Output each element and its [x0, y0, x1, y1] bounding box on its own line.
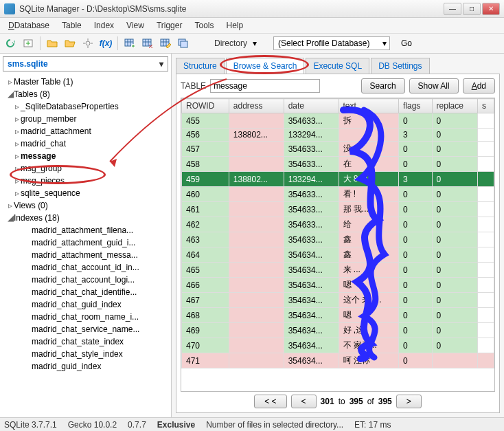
settings-icon[interactable]: [80, 36, 95, 51]
data-grid[interactable]: ROWIDaddressdatetextflagsreplaces4553546…: [181, 98, 495, 392]
new-db-icon[interactable]: [21, 36, 36, 51]
close-button[interactable]: ✕: [482, 3, 500, 15]
content: Structure Browse & Search Execute SQL DB…: [172, 54, 504, 417]
open-folder-icon[interactable]: [45, 36, 60, 51]
refresh-icon[interactable]: [3, 36, 18, 51]
tree-node[interactable]: madrid_chat_room_name_i...: [0, 311, 171, 323]
menu-index[interactable]: Index: [89, 19, 119, 32]
table-row[interactable]: 470354634...不 家了...00: [182, 338, 494, 353]
tab-browse-search[interactable]: Browse & Search: [226, 58, 305, 74]
table-row[interactable]: 457354633...没00: [182, 142, 494, 157]
table-row[interactable]: 462354633...给00: [182, 217, 494, 232]
pager-next[interactable]: >: [396, 395, 422, 408]
tree-node[interactable]: madrid_guid_index: [0, 360, 171, 373]
menu-view[interactable]: View: [121, 19, 150, 32]
table-row[interactable]: 456138802...133294...30: [182, 129, 494, 142]
tree-node[interactable]: madrid_attachment_filena...: [0, 224, 171, 236]
pager-first[interactable]: < <: [254, 395, 286, 408]
menu-help[interactable]: Help: [220, 19, 249, 32]
tab-db-settings[interactable]: DB Settings: [371, 58, 429, 74]
tree-node[interactable]: ◢Tables (8): [0, 88, 171, 100]
table-row[interactable]: 463354633...鑫00: [182, 232, 494, 247]
folder-open-icon[interactable]: [62, 36, 78, 51]
table-edit-icon[interactable]: [158, 36, 173, 51]
maximize-button[interactable]: □: [463, 3, 481, 15]
minimize-button[interactable]: —: [444, 3, 461, 15]
table-drop-icon[interactable]: [140, 36, 155, 51]
tree-node[interactable]: madrid_chat_account_logi...: [0, 274, 171, 286]
search-button[interactable]: Search: [361, 78, 405, 93]
status-msg: Number of files in selected directory...: [206, 420, 343, 430]
tree-node[interactable]: ▹Views (0): [0, 199, 171, 212]
titlebar: SQLite Manager - D:\Desktop\SMS\sms.sqli…: [0, 0, 504, 18]
directory-dropdown-icon[interactable]: ▾: [253, 38, 257, 48]
status-et: ET: 17 ms: [354, 420, 391, 430]
tree-node[interactable]: ◢Indexes (18): [0, 212, 171, 224]
table-row[interactable]: 464354634...鑫00: [182, 247, 494, 263]
table-row[interactable]: 471354634...呵 注你0: [182, 353, 494, 368]
statusbar: SQLite 3.7.7.1 Gecko 10.0.2 0.7.7 Exclus…: [0, 417, 504, 431]
tree-node[interactable]: madrid_attachment_messa...: [0, 249, 171, 261]
tree-node[interactable]: ▹sqlite_sequence: [0, 187, 171, 199]
table-new-icon[interactable]: [122, 36, 137, 51]
table-row[interactable]: 461354633...那 我...00: [182, 202, 494, 217]
table-row[interactable]: 466354634...嗯00: [182, 278, 494, 293]
tree-node[interactable]: ▹madrid_chat: [0, 137, 171, 150]
col-header[interactable]: date: [284, 99, 339, 113]
tree-node[interactable]: ▹group_member: [0, 113, 171, 125]
tree-node[interactable]: ▹_SqliteDatabaseProperties: [0, 100, 171, 113]
table-row[interactable]: 458354633...在00: [182, 157, 494, 172]
tree-node[interactable]: madrid_chat_chat_identifie...: [0, 286, 171, 298]
menu-table[interactable]: Table: [56, 19, 87, 32]
tree-node[interactable]: madrid_attachment_guid_i...: [0, 236, 171, 249]
tree-node[interactable]: ▹msg_group: [0, 162, 171, 175]
db-select[interactable]: sms.sqlite: [3, 56, 168, 71]
col-header[interactable]: flags: [398, 99, 432, 113]
add-button[interactable]: Add: [463, 78, 495, 93]
table-input[interactable]: [210, 79, 320, 93]
tab-structure[interactable]: Structure: [176, 58, 225, 74]
tree-node[interactable]: madrid_chat_style_index: [0, 348, 171, 360]
menubar: DDatabaseDatabase Table Index View Trigg…: [0, 18, 504, 34]
search-row: TABLE Search Show All Add: [181, 78, 495, 93]
tree-node[interactable]: ▹message: [0, 150, 171, 162]
go-button[interactable]: Go: [397, 37, 416, 49]
tree-node[interactable]: madrid_chat_state_index: [0, 335, 171, 348]
table-row[interactable]: 459138802...133294...大 840...30: [182, 172, 494, 187]
status-sqlite-ver: SQLite 3.7.7.1: [4, 420, 57, 430]
tree: ▹Master Table (1)◢Tables (8)▹_SqliteData…: [0, 74, 171, 417]
table-row[interactable]: 455354633...拆00: [182, 113, 494, 129]
col-header[interactable]: address: [229, 99, 284, 113]
menu-tools[interactable]: Tools: [189, 19, 219, 32]
svg-rect-7: [181, 41, 187, 47]
table-copy-icon[interactable]: [176, 36, 191, 51]
status-num: 0.7.7: [128, 420, 146, 430]
col-header[interactable]: text: [339, 99, 398, 113]
status-exclusive: Exclusive: [157, 420, 195, 430]
col-header[interactable]: s: [477, 99, 494, 113]
tree-node[interactable]: madrid_chat_guid_index: [0, 298, 171, 311]
profile-select[interactable]: (Select Profile Database): [273, 36, 390, 50]
menu-trigger[interactable]: Trigger: [151, 19, 188, 32]
table-label: TABLE: [181, 81, 206, 91]
table-row[interactable]: 467354634...这个 来, ...00: [182, 293, 494, 308]
app-icon: [4, 3, 15, 14]
table-row[interactable]: 469354634...好 ,这00: [182, 323, 494, 338]
menu-database[interactable]: DDatabaseDatabase: [3, 19, 55, 32]
showall-button[interactable]: Show All: [409, 78, 459, 93]
tree-node[interactable]: madrid_chat_service_name...: [0, 323, 171, 335]
tree-node[interactable]: ▹madrid_attachment: [0, 125, 171, 137]
tab-execute-sql[interactable]: Execute SQL: [306, 58, 369, 74]
tree-node[interactable]: madrid_chat_account_id_in...: [0, 261, 171, 274]
col-header[interactable]: replace: [432, 99, 477, 113]
fx-icon[interactable]: f(x): [98, 36, 113, 51]
tree-node[interactable]: ▹Master Table (1): [0, 76, 171, 88]
tree-node[interactable]: ▹msg_pieces: [0, 175, 171, 187]
table-row[interactable]: 468354634...嗯00: [182, 308, 494, 323]
table-row[interactable]: 465354634...来 ...00: [182, 263, 494, 278]
pager-prev[interactable]: <: [291, 395, 317, 408]
svg-point-1: [86, 41, 90, 45]
tabs: Structure Browse & Search Execute SQL DB…: [172, 54, 504, 74]
table-row[interactable]: 460354633...看 !00: [182, 187, 494, 202]
col-header[interactable]: ROWID: [182, 99, 229, 113]
